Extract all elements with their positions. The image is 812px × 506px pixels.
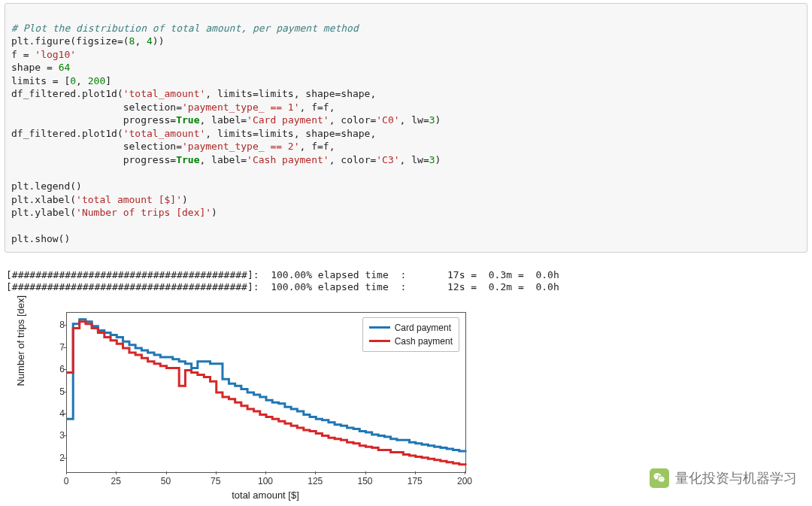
plot-area: Card payment Cash payment (66, 312, 466, 473)
x-axis-label: total amount [$] (66, 489, 465, 501)
x-tick-mark (116, 471, 117, 474)
y-tick-mark (63, 347, 66, 348)
legend-item-card: Card payment (369, 321, 453, 335)
x-tick-label: 25 (111, 476, 121, 486)
y-tick-mark (63, 325, 66, 326)
x-tick-label: 50 (161, 476, 171, 486)
x-tick-mark (66, 471, 67, 474)
x-tick-label: 0 (64, 476, 69, 486)
x-tick-mark (365, 471, 366, 474)
x-tick-mark (315, 471, 316, 474)
code-cell: # Plot the distribution of total amount,… (5, 3, 807, 253)
watermark: 量化投资与机器学习 (650, 468, 797, 488)
legend-label-card: Card payment (395, 323, 451, 333)
legend-swatch-cash (369, 340, 390, 342)
x-tick-label: 75 (211, 476, 220, 486)
x-tick-label: 100 (258, 476, 273, 486)
x-tick-mark (216, 471, 217, 474)
y-tick-mark (63, 435, 66, 436)
legend-swatch-card (369, 326, 390, 329)
chart: Number of trips [dex] total amount [$] C… (8, 301, 489, 506)
y-tick-mark (63, 414, 66, 414)
progress-line-2: [#######################################… (6, 281, 559, 292)
x-tick-mark (415, 471, 416, 474)
x-tick-mark (265, 471, 266, 474)
wechat-icon (650, 468, 669, 488)
legend-item-cash: Cash payment (369, 335, 453, 348)
y-axis-label: Number of trips [dex] (15, 295, 26, 386)
code-comment: # Plot the distribution of total amount,… (11, 23, 359, 34)
x-tick-mark (465, 471, 465, 474)
x-tick-label: 150 (357, 476, 372, 486)
legend: Card payment Cash payment (362, 317, 459, 352)
x-tick-label: 200 (457, 476, 472, 486)
progress-output: [#######################################… (5, 253, 807, 294)
y-tick-mark (63, 458, 66, 459)
x-tick-label: 175 (408, 476, 423, 486)
x-tick-mark (166, 471, 167, 474)
legend-label-cash: Cash payment (395, 336, 453, 347)
y-tick-mark (63, 369, 66, 370)
x-tick-label: 125 (308, 476, 323, 486)
progress-line-1: [#######################################… (6, 269, 559, 280)
watermark-text: 量化投资与机器学习 (675, 469, 797, 487)
y-tick-mark (63, 392, 66, 392)
